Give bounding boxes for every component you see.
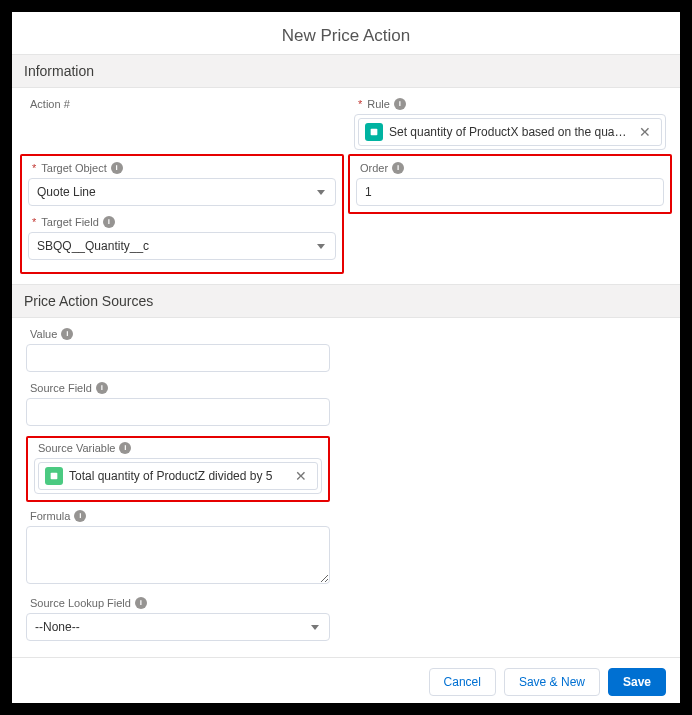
- info-icon: i: [103, 216, 115, 228]
- rule-icon: [365, 123, 383, 141]
- rule-lookup[interactable]: Set quantity of ProductX based on the qu…: [354, 114, 666, 150]
- order-input[interactable]: [356, 178, 664, 206]
- target-field-value: SBQQ__Quantity__c: [37, 239, 149, 253]
- chevron-down-icon: [317, 190, 325, 195]
- info-icon: i: [74, 510, 86, 522]
- info-icon: i: [394, 98, 406, 110]
- variable-icon: [45, 467, 63, 485]
- rule-label: Rule: [367, 98, 390, 110]
- save-button[interactable]: Save: [608, 668, 666, 696]
- required-asterisk: *: [32, 162, 36, 174]
- required-asterisk: *: [32, 216, 36, 228]
- source-variable-pill-text: Total quantity of ProductZ divided by 5: [69, 469, 285, 483]
- source-lookup-label: Source Lookup Field: [30, 597, 131, 609]
- cancel-button[interactable]: Cancel: [429, 668, 496, 696]
- save-new-button[interactable]: Save & New: [504, 668, 600, 696]
- target-object-select[interactable]: Quote Line: [28, 178, 336, 206]
- source-lookup-value: --None--: [35, 620, 80, 634]
- chevron-down-icon: [317, 244, 325, 249]
- required-asterisk: *: [358, 98, 362, 110]
- source-variable-clear-icon[interactable]: ✕: [291, 469, 311, 483]
- source-variable-label: Source Variable: [38, 442, 115, 454]
- modal-footer: Cancel Save & New Save: [12, 657, 680, 706]
- section-sources: Price Action Sources: [12, 284, 680, 318]
- target-field-label: Target Field: [41, 216, 98, 228]
- modal: New Price Action Information Action #: [12, 12, 680, 703]
- target-field-select[interactable]: SBQQ__Quantity__c: [28, 232, 336, 260]
- target-object-label: Target Object: [41, 162, 106, 174]
- highlight-source-variable: Source Variable i Total quantity of Prod…: [26, 436, 330, 502]
- info-icon: i: [135, 597, 147, 609]
- svg-rect-0: [371, 129, 378, 136]
- formula-textarea[interactable]: [26, 526, 330, 584]
- value-input[interactable]: [26, 344, 330, 372]
- rule-clear-icon[interactable]: ✕: [635, 125, 655, 139]
- info-icon: i: [61, 328, 73, 340]
- section-information: Information: [12, 54, 680, 88]
- action-num-label: Action #: [30, 98, 70, 110]
- source-field-input[interactable]: [26, 398, 330, 426]
- order-label: Order: [360, 162, 388, 174]
- value-label: Value: [30, 328, 57, 340]
- source-lookup-select[interactable]: --None--: [26, 613, 330, 641]
- info-icon: i: [111, 162, 123, 174]
- highlight-order: Order i: [348, 154, 672, 214]
- info-icon: i: [392, 162, 404, 174]
- sources-content: Value i Source Field i Source Vari: [12, 318, 680, 657]
- info-icon: i: [119, 442, 131, 454]
- formula-label: Formula: [30, 510, 70, 522]
- chevron-down-icon: [311, 625, 319, 630]
- information-content: Action # * Rule i: [12, 88, 680, 284]
- modal-title: New Price Action: [12, 12, 680, 54]
- info-icon: i: [96, 382, 108, 394]
- rule-pill-text: Set quantity of ProductX based on the qu…: [389, 125, 629, 139]
- highlight-target: * Target Object i Quote Line *: [20, 154, 344, 274]
- target-object-value: Quote Line: [37, 185, 96, 199]
- svg-rect-1: [51, 473, 58, 480]
- source-field-label: Source Field: [30, 382, 92, 394]
- source-variable-lookup[interactable]: Total quantity of ProductZ divided by 5 …: [34, 458, 322, 494]
